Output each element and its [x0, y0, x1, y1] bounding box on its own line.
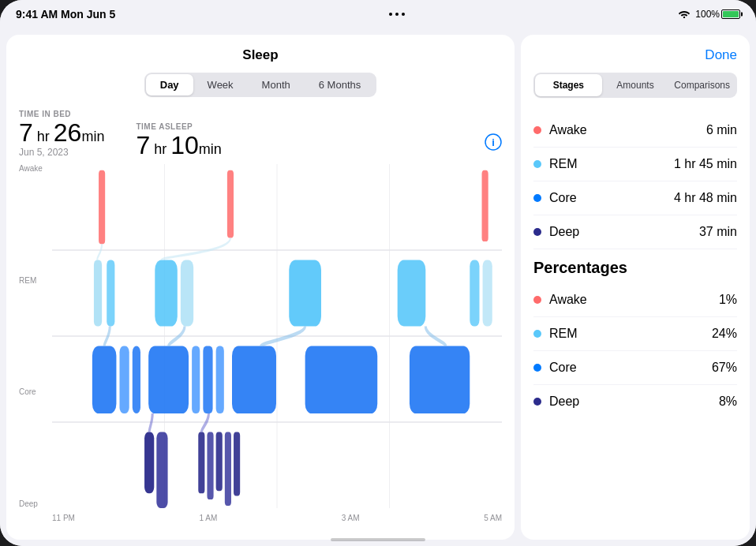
segment-week[interactable]: Week [193, 74, 248, 95]
svg-rect-14 [155, 260, 178, 326]
done-button[interactable]: Done [705, 47, 737, 63]
ipad-frame: 9:41 AM Mon Jun 5 100% [0, 0, 756, 546]
dot-2 [395, 13, 399, 16]
core-time: 4 hr 48 min [674, 191, 737, 205]
pct-row-awake: Awake 1% [533, 283, 737, 317]
tab-amounts[interactable]: Amounts [602, 74, 669, 96]
svg-rect-33 [207, 432, 213, 499]
core-dot [533, 194, 541, 202]
svg-rect-18 [470, 260, 479, 326]
tab-stages[interactable]: Stages [535, 74, 602, 96]
label-deep: Deep [19, 499, 52, 508]
svg-rect-25 [203, 346, 212, 413]
sleep-title: Sleep [19, 47, 502, 63]
svg-rect-10 [227, 170, 234, 238]
svg-rect-15 [181, 260, 193, 326]
rem-name: REM [549, 157, 674, 171]
home-indicator [331, 538, 425, 541]
svg-rect-32 [198, 432, 204, 493]
svg-rect-28 [305, 346, 378, 413]
hr-unit-2: hr [150, 141, 170, 157]
tab-selector: Stages Amounts Comparisons [533, 73, 737, 98]
battery-text: 100% [695, 9, 720, 20]
svg-rect-26 [216, 346, 224, 413]
stats-row: TIME IN BED 7 hr 26min Jun 5, 2023 TIME … [19, 110, 502, 158]
svg-rect-27 [232, 346, 276, 413]
time-asleep-minutes: 10 [170, 131, 199, 159]
status-bar: 9:41 AM Mon Jun 5 100% [0, 0, 756, 28]
battery-icon [721, 9, 740, 19]
pct-deep-value: 8% [719, 395, 737, 409]
pct-core-name: Core [549, 361, 712, 375]
dot-3 [402, 13, 405, 16]
chart-area [52, 164, 502, 508]
svg-rect-13 [107, 260, 114, 326]
pct-rem-name: REM [549, 327, 712, 341]
pct-awake-name: Awake [549, 293, 719, 307]
pct-rem-value: 24% [712, 327, 737, 341]
awake-dot [533, 126, 541, 134]
segmented-control: Day Week Month 6 Months [144, 73, 376, 97]
battery-container: 100% [695, 9, 740, 20]
stat-date: Jun 5, 2023 [19, 147, 104, 158]
pct-row-core: Core 67% [533, 351, 737, 385]
svg-rect-21 [120, 346, 129, 413]
label-core: Core [19, 387, 52, 396]
time-in-bed-hours: 7 [19, 118, 33, 147]
label-awake: Awake [19, 164, 52, 173]
svg-rect-29 [410, 346, 470, 413]
svg-rect-22 [133, 346, 140, 413]
svg-rect-19 [483, 260, 492, 326]
status-time: 9:41 AM Mon Jun 5 [16, 8, 115, 21]
pct-deep-name: Deep [549, 395, 719, 409]
svg-rect-11 [482, 170, 488, 241]
battery-fill [723, 11, 739, 17]
right-panel: Done Stages Amounts Comparisons Awake 6 … [521, 35, 750, 540]
pct-awake-dot [533, 296, 541, 304]
segment-day[interactable]: Day [146, 74, 193, 95]
time-asleep-label: TIME ASLEEP [136, 122, 221, 131]
tab-comparisons[interactable]: Comparisons [668, 74, 735, 96]
segment-6months[interactable]: 6 Months [305, 74, 375, 95]
pct-row-deep: Deep 8% [533, 385, 737, 418]
pct-awake-value: 1% [719, 293, 737, 307]
svg-text:i: i [492, 136, 495, 148]
deep-dot [533, 228, 541, 236]
svg-rect-23 [148, 346, 189, 413]
svg-rect-20 [92, 346, 117, 413]
pct-rem-dot [533, 330, 541, 338]
awake-name: Awake [549, 123, 706, 137]
segment-month[interactable]: Month [248, 74, 305, 95]
deep-time: 37 min [699, 225, 737, 239]
time-asleep-block: TIME ASLEEP 7 hr 10min [136, 122, 221, 158]
main-content: Sleep Day Week Month 6 Months TIME IN BE… [0, 28, 756, 546]
status-dots [389, 13, 405, 16]
time-3am: 3 AM [342, 514, 360, 522]
label-rem: REM [19, 276, 52, 285]
time-in-bed-value: 7 hr 26min [19, 120, 104, 145]
pct-core-value: 67% [712, 361, 737, 375]
svg-rect-12 [94, 260, 102, 326]
time-11pm: 11 PM [52, 514, 75, 522]
info-icon[interactable]: i [485, 133, 502, 155]
stage-row-deep: Deep 37 min [533, 215, 737, 249]
pct-deep-dot [533, 398, 541, 406]
sleep-chart-svg [52, 164, 502, 508]
rem-time: 1 hr 45 min [674, 157, 737, 171]
time-asleep-value: 7 hr 10min [136, 133, 221, 158]
stage-row-awake: Awake 6 min [533, 114, 737, 148]
svg-rect-36 [234, 432, 240, 496]
pct-row-rem: REM 24% [533, 317, 737, 351]
chart-container: Awake REM Core Deep [19, 164, 502, 527]
rem-dot [533, 160, 541, 168]
min-unit-2: min [199, 141, 222, 157]
core-name: Core [549, 191, 674, 205]
svg-point-0 [683, 16, 685, 17]
svg-rect-34 [216, 432, 223, 491]
right-header: Done [533, 47, 737, 63]
time-axis: 11 PM 1 AM 3 AM 5 AM [52, 508, 502, 527]
percentages-title: Percentages [533, 259, 737, 277]
svg-rect-17 [398, 260, 426, 326]
svg-rect-31 [156, 432, 167, 508]
stage-row-core: Core 4 hr 48 min [533, 181, 737, 215]
